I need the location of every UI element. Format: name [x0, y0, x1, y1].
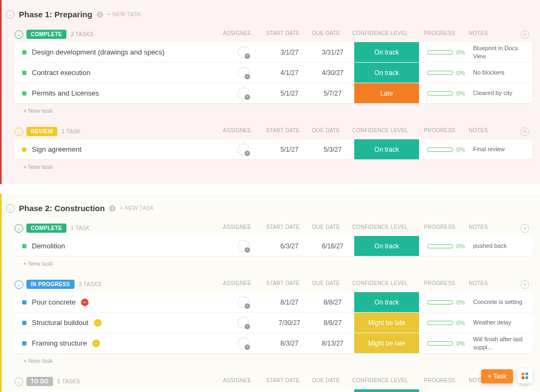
- due-date[interactable]: 5/3/27: [311, 146, 354, 153]
- col-header-assignee: ASSIGNEE: [213, 30, 261, 39]
- start-date[interactable]: 6/3/27: [268, 242, 311, 250]
- confidence-cell[interactable]: On track: [354, 236, 419, 256]
- col-header-due-date: DUE DATE: [305, 280, 348, 289]
- chevron-down-icon[interactable]: ⌄: [6, 204, 15, 213]
- info-icon[interactable]: i: [97, 11, 103, 18]
- grid-icon: [522, 373, 528, 379]
- due-date[interactable]: 5/7/27: [311, 90, 354, 97]
- confidence-cell[interactable]: On track: [354, 63, 419, 83]
- due-date[interactable]: 8/13/27: [311, 340, 354, 347]
- notes-cell[interactable]: Cleared by city: [473, 89, 532, 97]
- confidence-cell[interactable]: On track: [354, 292, 419, 312]
- col-header-start-date: START DATE: [261, 127, 305, 136]
- task-row[interactable]: Pour concrete − 8/1/27 8/8/27 On track 0…: [15, 292, 532, 313]
- task-count: 5 TASKS: [57, 379, 80, 384]
- status-badge[interactable]: REVIEW: [26, 127, 57, 136]
- chevron-down-icon[interactable]: ⌄: [15, 377, 23, 386]
- due-date[interactable]: 8/8/27: [311, 299, 354, 306]
- due-date[interactable]: 6/16/27: [311, 242, 354, 250]
- progress-cell[interactable]: 0%: [419, 340, 473, 347]
- task-row[interactable]: Demolition 6/3/27 6/16/27 On track 0% pu…: [15, 236, 532, 256]
- confidence-cell[interactable]: On track: [354, 139, 419, 159]
- progress-bar-icon: [427, 91, 453, 96]
- progress-bar-icon: [427, 71, 453, 75]
- info-icon[interactable]: i: [109, 205, 116, 212]
- notes-cell[interactable]: Blueprint in Docs View: [473, 44, 532, 60]
- status-badge[interactable]: COMPLETE: [26, 30, 66, 39]
- col-header-confidence: CONFIDENCE LEVEL: [348, 127, 413, 136]
- assignee-avatar[interactable]: [238, 317, 249, 329]
- assignee-avatar[interactable]: [238, 144, 249, 156]
- assignee-avatar[interactable]: [238, 67, 249, 79]
- new-task-fab[interactable]: + Task: [481, 369, 513, 383]
- chevron-down-icon[interactable]: ⌄: [15, 280, 23, 289]
- due-date[interactable]: 4/30/27: [311, 69, 354, 77]
- status-square-icon: [22, 300, 26, 305]
- chevron-down-icon[interactable]: ⌄: [15, 224, 23, 233]
- notes-cell[interactable]: pushed back: [473, 242, 532, 249]
- col-header-due-date: DUE DATE: [305, 127, 348, 136]
- progress-cell[interactable]: 0%: [419, 70, 473, 76]
- confidence-cell[interactable]: Might be late: [354, 333, 419, 353]
- col-header-assignee: ASSIGNEE: [213, 280, 261, 289]
- progress-cell[interactable]: 0%: [419, 243, 473, 249]
- confidence-cell[interactable]: Might be late: [354, 313, 419, 333]
- chevron-down-icon[interactable]: ⌄: [15, 127, 23, 136]
- col-header-notes: NOTES: [467, 224, 521, 233]
- notes-cell[interactable]: Will finish after last suppl...: [473, 335, 532, 351]
- assignee-avatar[interactable]: [238, 296, 249, 308]
- progress-cell[interactable]: 0%: [419, 299, 473, 306]
- add-column-button[interactable]: +: [521, 280, 529, 289]
- new-task-link[interactable]: + New task: [15, 256, 532, 269]
- task-row[interactable]: Inspection − 8/9/27 8/14/27 On track 0% …: [15, 389, 532, 392]
- due-date[interactable]: 3/31/27: [311, 49, 354, 56]
- assignee-avatar[interactable]: [238, 87, 249, 99]
- start-date[interactable]: 4/1/27: [268, 69, 311, 77]
- col-header-progress: PROGRESS: [413, 127, 467, 136]
- notes-cell[interactable]: Weather delay: [473, 319, 532, 326]
- add-column-button[interactable]: +: [521, 30, 529, 39]
- confidence-cell[interactable]: On track: [354, 42, 419, 62]
- start-date[interactable]: 7/30/27: [268, 319, 311, 327]
- status-badge[interactable]: COMPLETE: [26, 224, 66, 233]
- assignee-avatar[interactable]: [238, 240, 249, 252]
- status-badge[interactable]: IN PROGRESS: [26, 280, 75, 289]
- start-date[interactable]: 5/1/27: [268, 146, 311, 153]
- progress-percent: 0%: [456, 90, 465, 97]
- new-task-link[interactable]: + NEW TASK: [120, 205, 154, 211]
- new-task-link[interactable]: + New task: [15, 159, 532, 172]
- notes-cell[interactable]: Concrete is setting: [473, 298, 532, 306]
- apps-grid-button[interactable]: [517, 368, 532, 383]
- chevron-down-icon[interactable]: ⌄: [6, 10, 15, 19]
- status-badge[interactable]: TO DO: [26, 377, 53, 386]
- task-row[interactable]: Sign agreement 5/1/27 5/3/27 On track 0%…: [15, 139, 532, 159]
- progress-cell[interactable]: 0%: [419, 146, 473, 153]
- start-date[interactable]: 8/1/27: [268, 299, 311, 306]
- notes-cell[interactable]: Final review: [473, 145, 532, 153]
- new-task-link[interactable]: + New task: [15, 103, 532, 116]
- start-date[interactable]: 8/3/27: [268, 340, 311, 347]
- task-row[interactable]: Permits and Licenses 5/1/27 5/7/27 Late …: [15, 83, 532, 103]
- add-column-button[interactable]: +: [521, 127, 529, 136]
- start-date[interactable]: 3/1/27: [268, 49, 311, 56]
- notes-cell[interactable]: No blockers: [473, 69, 532, 76]
- col-header-progress: PROGRESS: [413, 30, 467, 39]
- progress-cell[interactable]: 0%: [419, 49, 473, 56]
- progress-percent: 0%: [456, 243, 465, 249]
- assignee-avatar[interactable]: [238, 46, 249, 58]
- new-task-link[interactable]: + New task: [15, 353, 532, 366]
- confidence-cell[interactable]: On track: [354, 389, 419, 392]
- task-row[interactable]: Contract execution 4/1/27 4/30/27 On tra…: [15, 63, 532, 83]
- task-row[interactable]: Design development (drawings and specs) …: [15, 42, 532, 63]
- task-row[interactable]: Structural buildout − 7/30/27 8/6/27 Mig…: [15, 313, 532, 333]
- progress-cell[interactable]: 0%: [419, 90, 473, 97]
- assignee-avatar[interactable]: [238, 337, 249, 349]
- confidence-cell[interactable]: Late: [354, 83, 419, 103]
- task-row[interactable]: Framing structure − 8/3/27 8/13/27 Might…: [15, 333, 532, 353]
- start-date[interactable]: 5/1/27: [268, 90, 311, 97]
- add-column-button[interactable]: +: [521, 224, 529, 233]
- due-date[interactable]: 8/6/27: [311, 319, 354, 327]
- progress-cell[interactable]: 0%: [419, 320, 473, 326]
- new-task-link[interactable]: + NEW TASK: [107, 11, 141, 17]
- chevron-down-icon[interactable]: ⌄: [15, 30, 23, 39]
